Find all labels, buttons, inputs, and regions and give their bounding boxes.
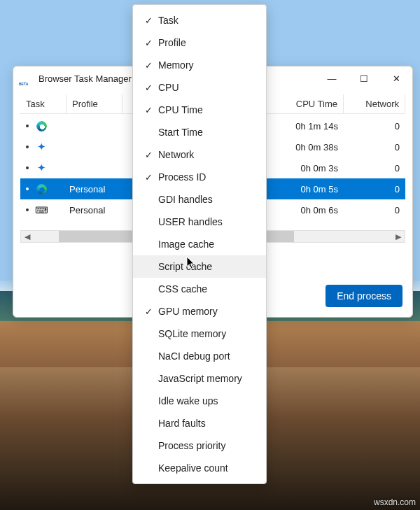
menu-item[interactable]: ✓Memory [133,54,266,76]
keyboard-icon: ⌨ [36,204,47,215]
checkmark-icon: ✓ [141,83,155,93]
edge-beta-icon: BETA [20,72,33,85]
checkmark-icon: ✓ [141,172,155,183]
scroll-left-arrow-icon[interactable]: ◀ [21,232,34,241]
cell-profile: Personal [66,205,122,215]
checkmark-icon: ✓ [141,306,155,317]
minimize-button[interactable]: — [316,66,348,90]
row-bullet-icon [26,208,29,211]
window-controls: — ☐ ✕ [316,66,412,90]
menu-item[interactable]: Idle wake ups [133,390,266,412]
menu-item[interactable]: GDI handles [133,188,266,211]
cell-network: 0 [344,184,405,194]
menu-item-label: JavaScript memory [158,373,242,384]
menu-item-label: Process priority [158,440,225,451]
checkmark-icon: ✓ [141,15,155,26]
checkmark-icon: ✓ [141,38,155,48]
menu-item-label: Profile [158,37,186,48]
extension-icon: ✦ [36,162,47,173]
cell-network: 0 [344,163,405,173]
menu-item-label: Hard faults [158,418,206,429]
cell-cputime: 0h 0m 6s [267,205,344,215]
end-process-button[interactable]: End process [326,285,402,307]
checkmark-icon: ✓ [141,60,155,71]
menu-item-label: Script cache [158,261,212,272]
cell-network: 0 [344,142,405,153]
columns-context-menu[interactable]: ✓Task✓Profile✓Memory✓CPU✓CPU TimeStart T… [132,4,267,484]
menu-item[interactable]: ✓GPU memory [133,300,266,323]
cell-task [20,183,66,194]
menu-item[interactable]: Script cache [133,255,266,278]
row-bullet-icon [26,146,29,148]
extension-icon: ✦ [36,141,47,153]
cell-cputime: 0h 0m 3s [267,163,344,173]
menu-item-label: Idle wake ups [158,395,218,406]
menu-item-label: CSS cache [158,283,207,295]
row-bullet-icon [26,187,29,190]
menu-item[interactable]: ✓Network [133,143,266,166]
menu-item[interactable]: JavaScript memory [133,367,266,390]
menu-item-label: USER handles [158,216,223,227]
cell-network: 0 [344,121,405,132]
checkmark-icon: ✓ [141,150,155,160]
menu-item-label: Task [158,15,178,26]
menu-item[interactable]: Hard faults [133,412,266,434]
menu-item[interactable]: Process priority [133,434,266,457]
cell-cputime: 0h 0m 5s [267,184,344,194]
close-button[interactable]: ✕ [380,66,412,90]
cell-task: ⌨ [20,204,66,215]
menu-item-label: Memory [158,59,194,71]
edge-icon [36,183,47,194]
cell-network: 0 [344,205,405,215]
cell-task [20,120,66,132]
header-profile[interactable]: Profile [66,94,122,113]
menu-item[interactable]: Keepalive count [133,457,266,479]
menu-item[interactable]: ✓Profile [133,31,266,54]
menu-item[interactable]: SQLite memory [133,323,266,345]
row-bullet-icon [26,125,29,127]
menu-item-label: Image cache [158,239,214,250]
watermark: wsxdn.com [374,497,416,507]
cell-profile: Personal [66,184,122,194]
cell-cputime: 0h 1m 14s [267,121,344,132]
menu-item-label: SQLite memory [158,328,226,339]
menu-item-label: Network [158,149,194,160]
maximize-button[interactable]: ☐ [348,66,380,90]
scroll-right-arrow-icon[interactable]: ▶ [392,232,405,241]
menu-item[interactable]: Image cache [133,233,266,255]
menu-item[interactable]: NaCI debug port [133,345,266,367]
cell-cputime: 0h 0m 38s [267,142,344,153]
cell-task: ✦ [20,162,66,173]
menu-item[interactable]: CSS cache [133,278,266,300]
edge-icon [36,120,47,132]
checkmark-icon: ✓ [141,105,155,115]
menu-item-label: CPU Time [158,104,203,115]
menu-item[interactable]: ✓CPU [133,76,266,99]
menu-item-label: Start Time [158,127,203,138]
menu-item-label: Process ID [158,171,206,183]
menu-item[interactable]: Start Time [133,121,266,143]
footer: End process [326,285,402,307]
menu-item[interactable]: ✓Task [133,9,266,31]
row-bullet-icon [26,167,29,169]
menu-item-label: Keepalive count [158,462,228,474]
menu-item-label: CPU [158,82,179,93]
menu-item-label: GPU memory [158,306,218,317]
menu-item[interactable]: ✓Process ID [133,166,266,188]
menu-item[interactable]: USER handles [133,211,266,233]
header-cputime[interactable]: CPU Time [267,94,344,113]
menu-item-label: GDI handles [158,194,213,205]
window-title: Browser Task Manager [38,73,132,84]
menu-item-label: NaCI debug port [158,350,230,362]
header-network[interactable]: Network [344,94,405,113]
menu-item[interactable]: ✓CPU Time [133,99,266,121]
cell-task: ✦ [20,141,66,153]
header-task[interactable]: Task [20,94,66,113]
